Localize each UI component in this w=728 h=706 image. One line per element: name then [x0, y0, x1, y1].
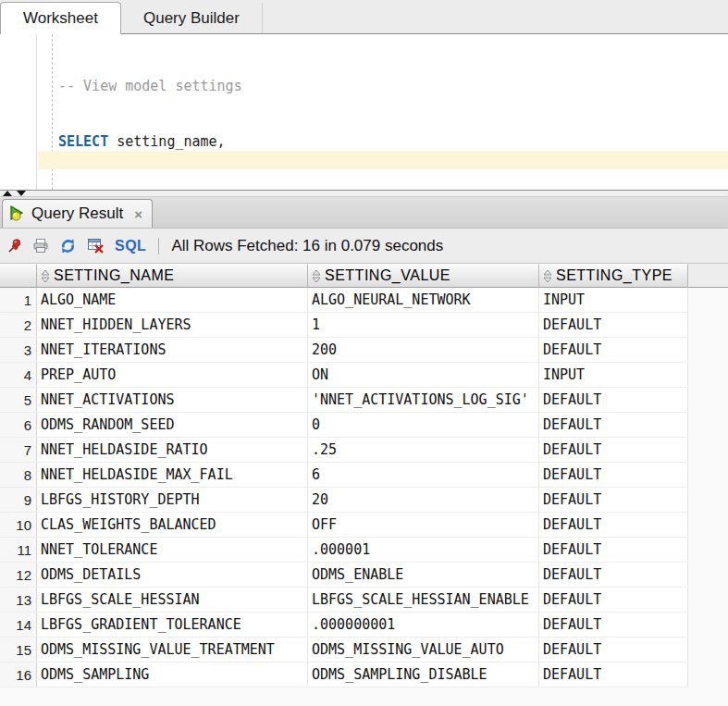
collapse-icon[interactable] [3, 191, 12, 196]
row-number-cell[interactable]: 9 [0, 488, 37, 512]
column-header-setting-name[interactable]: SETTING_NAME [37, 264, 308, 288]
row-number-cell[interactable]: 5 [0, 388, 37, 412]
code-line-value: setting_value, [58, 188, 450, 190]
grid-footer [0, 687, 728, 706]
setting-name-cell[interactable]: PREP_AUTO [37, 363, 308, 387]
setting-value-cell[interactable]: OFF [308, 513, 539, 537]
setting-value-cell[interactable]: ODMS_MISSING_VALUE_AUTO [308, 638, 539, 662]
sql-button[interactable]: SQL [115, 238, 146, 254]
grid-header: SETTING_NAME SETTING_VALUE SETTING_TYPE [0, 264, 728, 288]
table-row: 13LBFGS_SCALE_HESSIANLBFGS_SCALE_HESSIAN… [0, 588, 688, 613]
row-number-cell[interactable]: 14 [0, 613, 37, 637]
printer-icon[interactable] [32, 238, 49, 254]
setting-type-cell[interactable]: DEFAULT [539, 638, 688, 662]
setting-type-cell[interactable]: DEFAULT [539, 488, 688, 512]
setting-value-cell[interactable]: 6 [308, 463, 539, 487]
setting-value-cell[interactable]: 20 [308, 488, 539, 512]
table-row: 5NNET_ACTIVATIONS'NNET_ACTIVATIONS_LOG_S… [0, 388, 688, 413]
setting-value-cell[interactable]: ODMS_SAMPLING_DISABLE [308, 663, 539, 687]
tab-query-result[interactable]: Query Result × [2, 199, 153, 228]
row-number-cell[interactable]: 10 [0, 513, 37, 537]
setting-type-cell[interactable]: DEFAULT [539, 313, 688, 337]
setting-value-cell[interactable]: .000001 [308, 538, 539, 562]
tab-query-builder[interactable]: Query Builder [121, 3, 263, 33]
setting-type-cell[interactable]: DEFAULT [539, 388, 688, 412]
setting-name-cell[interactable]: LBFGS_SCALE_HESSIAN [37, 588, 308, 612]
run-icon [8, 205, 27, 222]
table-row: 3NNET_ITERATIONS200DEFAULT [0, 338, 688, 363]
header-filler [688, 264, 728, 288]
editor-gutter [0, 34, 37, 190]
setting-value-cell[interactable]: 0 [308, 413, 539, 437]
row-number-header [0, 264, 37, 288]
setting-type-cell[interactable]: DEFAULT [539, 438, 688, 462]
setting-value-cell[interactable]: ALGO_NEURAL_NETWORK [308, 288, 539, 312]
setting-name-cell[interactable]: NNET_TOLERANCE [37, 538, 308, 562]
panel-splitter[interactable] [0, 190, 728, 197]
setting-name-cell[interactable]: CLAS_WEIGHTS_BALANCED [37, 513, 308, 537]
setting-type-cell[interactable]: DEFAULT [539, 338, 688, 362]
row-number-cell[interactable]: 3 [0, 338, 37, 362]
setting-type-cell[interactable]: DEFAULT [539, 613, 688, 637]
row-number-cell[interactable]: 7 [0, 438, 37, 462]
setting-value-cell[interactable]: ON [308, 363, 539, 387]
setting-type-cell[interactable]: DEFAULT [539, 538, 688, 562]
row-number-cell[interactable]: 4 [0, 363, 37, 387]
results-tabbar: Query Result × [0, 197, 728, 229]
setting-value-cell[interactable]: .000000001 [308, 613, 539, 637]
setting-value-cell[interactable]: 200 [308, 338, 539, 362]
setting-type-cell[interactable]: DEFAULT [539, 588, 688, 612]
row-number-cell[interactable]: 13 [0, 588, 37, 612]
setting-value-cell[interactable]: 1 [308, 313, 539, 337]
row-number-cell[interactable]: 16 [0, 663, 37, 687]
setting-name-cell[interactable]: NNET_HELDASIDE_RATIO [37, 438, 308, 462]
row-number-cell[interactable]: 12 [0, 563, 37, 587]
table-row: 11NNET_TOLERANCE.000001DEFAULT [0, 538, 688, 563]
setting-name-cell[interactable]: ODMS_RANDOM_SEED [37, 413, 308, 437]
setting-name-cell[interactable]: LBFGS_GRADIENT_TOLERANCE [37, 613, 308, 637]
sort-icon [312, 269, 321, 283]
clear-grid-icon[interactable] [87, 238, 105, 254]
setting-name-cell[interactable]: ALGO_NAME [37, 288, 308, 312]
fetch-status-text: All Rows Fetched: 16 in 0.079 seconds [171, 237, 443, 255]
row-number-cell[interactable]: 6 [0, 413, 37, 437]
table-row: 12ODMS_DETAILSODMS_ENABLEDEFAULT [0, 563, 688, 588]
setting-value-cell[interactable]: LBFGS_SCALE_HESSIAN_ENABLE [308, 588, 539, 612]
setting-name-cell[interactable]: ODMS_MISSING_VALUE_TREATMENT [37, 638, 308, 662]
code-line-select: SELECT setting_name, [58, 132, 450, 151]
result-tab-label: Query Result [31, 204, 123, 223]
row-number-cell[interactable]: 1 [0, 288, 37, 312]
sql-editor[interactable]: -- View model settings SELECT setting_na… [0, 34, 728, 190]
setting-value-cell[interactable]: .25 [308, 438, 539, 462]
expand-icon[interactable] [17, 191, 26, 196]
setting-type-cell[interactable]: DEFAULT [539, 563, 688, 587]
setting-name-cell[interactable]: NNET_ITERATIONS [37, 338, 308, 362]
row-number-cell[interactable]: 8 [0, 463, 37, 487]
setting-name-cell[interactable]: NNET_HELDASIDE_MAX_FAIL [37, 463, 308, 487]
row-number-cell[interactable]: 15 [0, 638, 37, 662]
pin-icon[interactable] [6, 238, 22, 254]
row-number-cell[interactable]: 11 [0, 538, 37, 562]
setting-name-cell[interactable]: ODMS_SAMPLING [37, 663, 308, 687]
setting-type-cell[interactable]: INPUT [539, 363, 688, 387]
setting-name-cell[interactable]: NNET_ACTIVATIONS [37, 388, 308, 412]
setting-type-cell[interactable]: INPUT [539, 288, 688, 312]
setting-name-cell[interactable]: ODMS_DETAILS [37, 563, 308, 587]
table-row: 15ODMS_MISSING_VALUE_TREATMENTODMS_MISSI… [0, 638, 688, 663]
setting-name-cell[interactable]: LBFGS_HISTORY_DEPTH [37, 488, 308, 512]
tab-worksheet[interactable]: Worksheet [0, 2, 121, 34]
close-icon[interactable]: × [134, 207, 142, 221]
setting-type-cell[interactable]: DEFAULT [539, 463, 688, 487]
setting-value-cell[interactable]: ODMS_ENABLE [308, 563, 539, 587]
setting-name-cell[interactable]: NNET_HIDDEN_LAYERS [37, 313, 308, 337]
setting-type-cell[interactable]: DEFAULT [539, 413, 688, 437]
refresh-icon[interactable] [59, 238, 77, 254]
row-number-cell[interactable]: 2 [0, 313, 37, 337]
setting-type-cell[interactable]: DEFAULT [539, 663, 688, 687]
column-header-setting-value[interactable]: SETTING_VALUE [308, 264, 539, 288]
results-toolbar: SQL All Rows Fetched: 16 in 0.079 second… [0, 229, 728, 264]
setting-value-cell[interactable]: 'NNET_ACTIVATIONS_LOG_SIG' [308, 388, 539, 412]
setting-type-cell[interactable]: DEFAULT [539, 513, 688, 537]
column-header-setting-type[interactable]: SETTING_TYPE [539, 264, 688, 288]
sort-icon [41, 269, 50, 283]
